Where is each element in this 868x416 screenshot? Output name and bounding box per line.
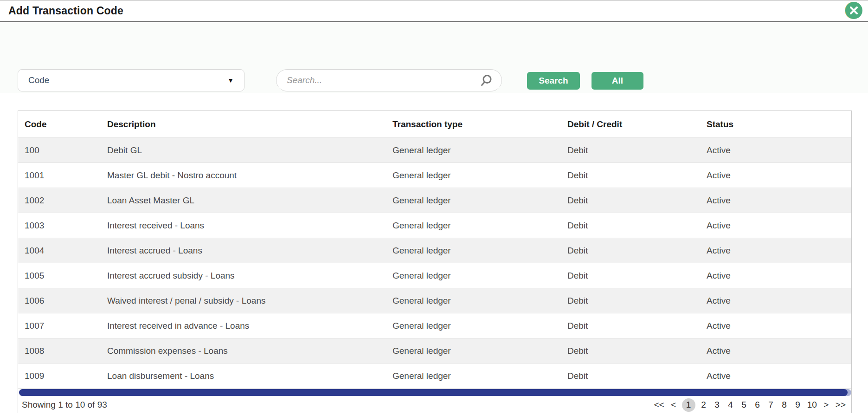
horizontal-scrollbar[interactable] xyxy=(18,389,851,396)
search-box xyxy=(276,69,502,91)
last-page-button[interactable]: >> xyxy=(835,398,847,412)
table-row[interactable]: 1003 Interest received - Loans General l… xyxy=(18,213,851,238)
cell-transaction-type: General ledger xyxy=(392,371,567,381)
page-button-3[interactable]: 3 xyxy=(712,398,722,412)
cell-description: Debit GL xyxy=(107,145,392,156)
page-button-1[interactable]: 1 xyxy=(682,398,695,412)
table-row[interactable]: 1007 Interest received in advance - Loan… xyxy=(18,313,851,338)
cell-debit-credit: Debit xyxy=(567,145,707,156)
cell-transaction-type: General ledger xyxy=(392,221,567,231)
table-row[interactable]: 1006 Waived interest / penal / subsidy -… xyxy=(18,288,851,313)
cell-debit-credit: Debit xyxy=(567,346,707,356)
close-icon xyxy=(850,6,858,14)
table-row[interactable]: 1002 Loan Asset Master GL General ledger… xyxy=(18,188,851,213)
cell-code: 1006 xyxy=(25,296,107,306)
search-button[interactable]: Search xyxy=(527,72,580,90)
cell-code: 100 xyxy=(25,145,107,156)
cell-status: Active xyxy=(707,145,851,156)
transaction-codes-table: Code Description Transaction type Debit … xyxy=(18,110,852,413)
first-page-button[interactable]: << xyxy=(653,398,665,412)
cell-status: Active xyxy=(707,321,851,331)
table-row[interactable]: 1005 Interest accrued subsidy - Loans Ge… xyxy=(18,263,851,288)
page-button-9[interactable]: 9 xyxy=(793,398,803,412)
pagination: <<<12345678910>>> xyxy=(653,398,847,412)
field-selector-dropdown[interactable]: Code ▼ xyxy=(18,69,244,91)
cell-description: Interest received - Loans xyxy=(107,221,392,231)
cell-status: Active xyxy=(707,271,851,281)
cell-debit-credit: Debit xyxy=(567,221,707,231)
field-selector-value: Code xyxy=(28,75,227,85)
cell-status: Active xyxy=(707,246,851,256)
chevron-down-icon: ▼ xyxy=(227,77,234,84)
table-footer: Showing 1 to 10 of 93 <<<12345678910>>> xyxy=(18,396,851,413)
close-button[interactable] xyxy=(845,2,862,19)
cell-debit-credit: Debit xyxy=(567,271,707,281)
column-header-status: Status xyxy=(707,119,851,130)
cell-transaction-type: General ledger xyxy=(392,170,567,181)
table-body: 100 Debit GL General ledger Debit Active… xyxy=(18,138,851,389)
cell-status: Active xyxy=(707,170,851,181)
search-input[interactable] xyxy=(287,75,479,85)
cell-code: 1003 xyxy=(25,221,107,231)
table-row[interactable]: 1004 Interest accrued - Loans General le… xyxy=(18,238,851,263)
next-page-button[interactable]: > xyxy=(821,398,831,412)
table-row[interactable]: 1009 Loan disbursement - Loans General l… xyxy=(18,364,851,389)
scrollbar-thumb[interactable] xyxy=(19,389,848,396)
column-header-debit-credit: Debit / Credit xyxy=(567,119,707,130)
column-header-description: Description xyxy=(107,119,392,130)
cell-code: 1009 xyxy=(25,371,107,381)
table-row[interactable]: 1001 Master GL debit - Nostro account Ge… xyxy=(18,163,851,188)
cell-debit-credit: Debit xyxy=(567,321,707,331)
cell-transaction-type: General ledger xyxy=(392,271,567,281)
table-row[interactable]: 1008 Commission expenses - Loans General… xyxy=(18,338,851,364)
cell-transaction-type: General ledger xyxy=(392,145,567,156)
page-button-6[interactable]: 6 xyxy=(752,398,763,412)
cell-transaction-type: General ledger xyxy=(392,195,567,206)
cell-status: Active xyxy=(707,346,851,356)
cell-description: Master GL debit - Nostro account xyxy=(107,170,392,181)
add-transaction-code-modal: Add Transaction Code Code ▼ Search All C… xyxy=(0,0,868,416)
cell-status: Active xyxy=(707,221,851,231)
cell-transaction-type: General ledger xyxy=(392,246,567,256)
cell-code: 1005 xyxy=(25,271,107,281)
cell-description: Interest received in advance - Loans xyxy=(107,321,392,331)
cell-description: Interest accrued - Loans xyxy=(107,246,392,256)
modal-header: Add Transaction Code xyxy=(0,0,868,22)
cell-description: Waived interest / penal / subsidy - Loan… xyxy=(107,296,392,306)
page-button-4[interactable]: 4 xyxy=(726,398,736,412)
cell-description: Loan Asset Master GL xyxy=(107,195,392,206)
cell-status: Active xyxy=(707,296,851,306)
table-header-row: Code Description Transaction type Debit … xyxy=(18,111,851,138)
cell-status: Active xyxy=(707,195,851,206)
page-button-2[interactable]: 2 xyxy=(699,398,709,412)
search-icon xyxy=(479,73,493,87)
cell-description: Loan disbursement - Loans xyxy=(107,371,392,381)
page-button-8[interactable]: 8 xyxy=(779,398,790,412)
cell-code: 1001 xyxy=(25,170,107,181)
cell-transaction-type: General ledger xyxy=(392,321,567,331)
page-button-10[interactable]: 10 xyxy=(806,398,818,412)
cell-debit-credit: Debit xyxy=(567,296,707,306)
cell-code: 1002 xyxy=(25,195,107,206)
cell-debit-credit: Debit xyxy=(567,371,707,381)
cell-code: 1007 xyxy=(25,321,107,331)
table-row[interactable]: 100 Debit GL General ledger Debit Active xyxy=(18,138,851,163)
cell-status: Active xyxy=(707,371,851,381)
all-button[interactable]: All xyxy=(592,72,643,90)
prev-page-button[interactable]: < xyxy=(669,398,679,412)
cell-transaction-type: General ledger xyxy=(392,346,567,356)
showing-count: Showing 1 to 10 of 93 xyxy=(22,400,107,410)
cell-transaction-type: General ledger xyxy=(392,296,567,306)
cell-debit-credit: Debit xyxy=(567,170,707,181)
column-header-transaction-type: Transaction type xyxy=(392,119,567,130)
cell-debit-credit: Debit xyxy=(567,246,707,256)
page-button-7[interactable]: 7 xyxy=(766,398,776,412)
cell-code: 1004 xyxy=(25,246,107,256)
cell-description: Interest accrued subsidy - Loans xyxy=(107,271,392,281)
column-header-code: Code xyxy=(25,119,107,130)
page-title: Add Transaction Code xyxy=(8,5,123,17)
filter-bar: Code ▼ Search All xyxy=(0,23,868,93)
page-button-5[interactable]: 5 xyxy=(739,398,749,412)
cell-code: 1008 xyxy=(25,346,107,356)
cell-debit-credit: Debit xyxy=(567,195,707,206)
